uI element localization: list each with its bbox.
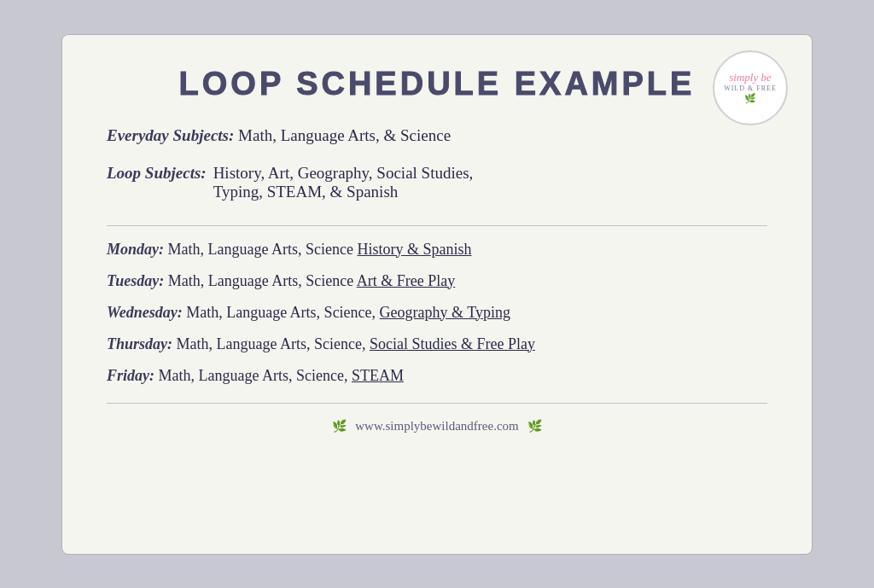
thursday-base: Math, Language Arts, Science, xyxy=(177,335,370,352)
monday-label: Monday: xyxy=(107,241,164,258)
loop-subjects-label: Loop Subjects: xyxy=(107,164,207,183)
wednesday-label: Wednesday: xyxy=(107,304,183,321)
wednesday-line: Wednesday: Math, Language Arts, Science,… xyxy=(107,301,767,324)
everyday-subjects-text: Math, Language Arts, & Science xyxy=(238,126,451,144)
logo-simply: simply be xyxy=(729,71,771,84)
friday-line: Friday: Math, Language Arts, Science, ST… xyxy=(107,364,767,387)
footer: 🌿 www.simplybewildandfree.com 🌿 xyxy=(107,419,767,434)
loop-subjects-line1: History, Art, Geography, Social Studies, xyxy=(213,164,474,183)
tuesday-base: Math, Language Arts, Science xyxy=(168,272,357,289)
tuesday-label: Tuesday: xyxy=(107,272,164,289)
footer-url: www.simplybewildandfree.com xyxy=(355,419,518,434)
footer-leaf-left: 🌿 xyxy=(332,419,347,434)
logo-circle: simply be WILD & FREE 🌿 xyxy=(713,50,788,125)
loop-subjects-line2: Typing, STEAM, & Spanish xyxy=(213,183,474,201)
friday-label: Friday: xyxy=(107,367,154,384)
footer-divider xyxy=(107,403,767,404)
wednesday-loop: Geography & Typing xyxy=(380,304,510,321)
friday-loop: STEAM xyxy=(352,367,404,384)
thursday-loop: Social Studies & Free Play xyxy=(370,335,535,352)
logo-wild: WILD & FREE xyxy=(724,84,777,93)
logo-leaf-decoration: 🌿 xyxy=(744,93,756,104)
footer-leaf-right: 🌿 xyxy=(527,419,542,434)
monday-loop: History & Spanish xyxy=(357,241,471,258)
tuesday-loop: Art & Free Play xyxy=(357,272,455,289)
friday-base: Math, Language Arts, Science, xyxy=(159,367,352,384)
loop-subjects-section: Loop Subjects: History, Art, Geography, … xyxy=(107,164,767,201)
page-title: LOOP SCHEDULE EXAMPLE xyxy=(107,66,767,102)
main-card: simply be WILD & FREE 🌿 LOOP SCHEDULE EX… xyxy=(61,34,813,555)
everyday-subjects-section: Everyday Subjects: Math, Language Arts, … xyxy=(107,126,767,145)
tuesday-line: Tuesday: Math, Language Arts, Science Ar… xyxy=(107,270,767,293)
monday-line: Monday: Math, Language Arts, Science His… xyxy=(107,238,767,261)
wednesday-base: Math, Language Arts, Science, xyxy=(186,304,379,321)
daily-schedule: Monday: Math, Language Arts, Science His… xyxy=(107,238,767,387)
monday-base: Math, Language Arts, Science xyxy=(168,241,358,258)
everyday-subjects-label: Everyday Subjects: xyxy=(107,126,234,144)
section-divider xyxy=(107,225,767,226)
thursday-line: Thursday: Math, Language Arts, Science, … xyxy=(107,333,767,356)
thursday-label: Thursday: xyxy=(107,335,172,352)
loop-subjects-text: History, Art, Geography, Social Studies,… xyxy=(213,164,474,201)
